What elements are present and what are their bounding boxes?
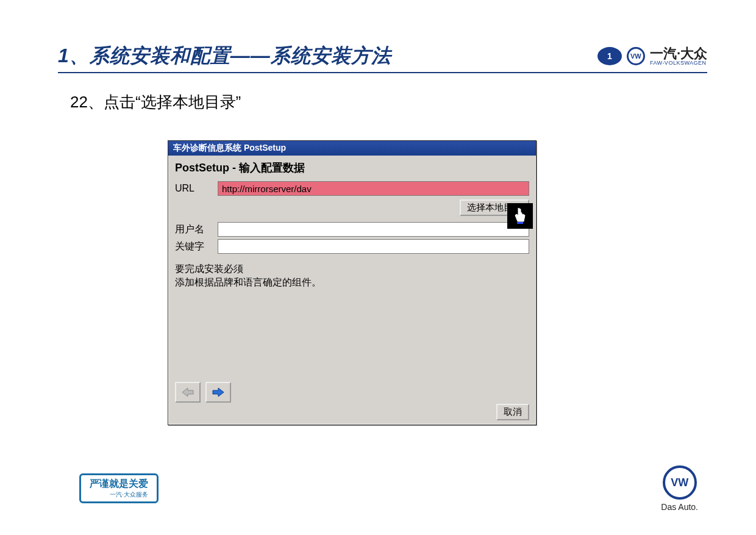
back-button[interactable] xyxy=(175,382,201,403)
keyword-input[interactable] xyxy=(218,239,529,254)
vw-logo-large-icon: VW xyxy=(663,465,697,500)
dialog-info-text: 要完成安装必须 添加根据品牌和语言确定的组件。 xyxy=(175,262,529,378)
keyword-label: 关键字 xyxy=(175,240,218,253)
page-title: 1、系统安装和配置——系统安装方法 xyxy=(58,43,391,70)
username-input[interactable] xyxy=(218,222,529,237)
header-divider xyxy=(58,72,707,73)
vw-logo-icon: VW xyxy=(627,47,645,65)
footer-badge-main: 严谨就是关爱 xyxy=(90,478,148,489)
username-label: 用户名 xyxy=(175,223,218,236)
info-line-1: 要完成安装必须 xyxy=(175,264,243,274)
footer-badge-sub: 一汽·大众服务 xyxy=(90,490,148,499)
url-label: URL xyxy=(175,183,218,194)
cancel-button[interactable]: 取消 xyxy=(496,404,529,420)
arrow-left-icon xyxy=(181,387,194,398)
info-line-2: 添加根据品牌和语言确定的组件。 xyxy=(175,277,321,287)
das-auto-text: Das Auto. xyxy=(661,502,698,512)
next-button[interactable] xyxy=(205,382,231,403)
brand-name-cn: 一汽·大众 xyxy=(650,47,707,60)
dialog-titlebar[interactable]: 车外诊断信息系统 PostSetup xyxy=(168,141,536,156)
slide-header: 1、系统安装和配置——系统安装方法 VW 一汽·大众 FAW-VOLKSWAGE… xyxy=(58,43,707,70)
footer-vw-block: VW Das Auto. xyxy=(661,465,698,512)
arrow-right-icon xyxy=(212,387,225,398)
faw-logo-icon xyxy=(597,47,622,65)
step-instruction: 22、点击“选择本地目录” xyxy=(70,92,241,113)
brand-name-en: FAW-VOLKSWAGEN xyxy=(650,60,707,66)
postsetup-dialog: 车外诊断信息系统 PostSetup PostSetup - 输入配置数据 UR… xyxy=(168,140,537,425)
url-input[interactable] xyxy=(218,181,529,196)
brand-logo-block: VW 一汽·大众 FAW-VOLKSWAGEN xyxy=(597,47,707,66)
cursor-hand-icon xyxy=(507,203,533,229)
svg-rect-0 xyxy=(517,222,523,224)
dialog-subtitle: PostSetup - 输入配置数据 xyxy=(175,160,529,175)
footer-service-badge: 严谨就是关爱 一汽·大众服务 xyxy=(79,473,159,503)
